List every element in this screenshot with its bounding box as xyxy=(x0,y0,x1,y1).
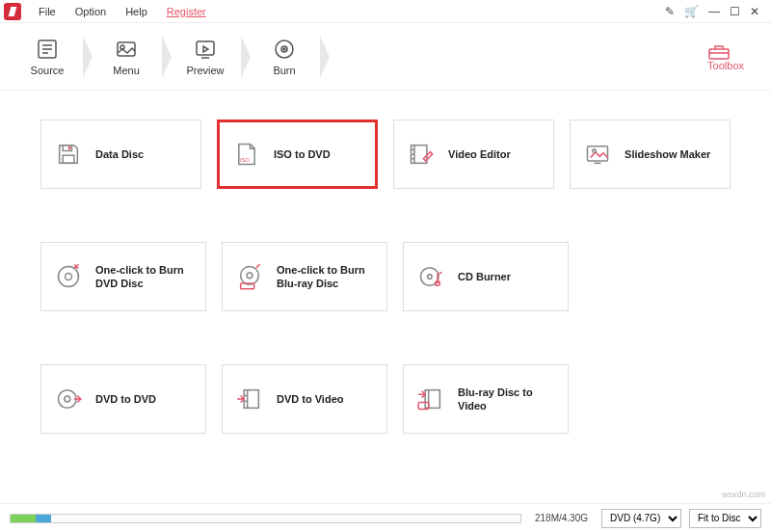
preview-icon xyxy=(194,38,217,61)
card-label: Video Editor xyxy=(448,147,511,161)
menu-register[interactable]: Register xyxy=(157,6,216,17)
status-bar: 218M/4.30G DVD (4.7G) Fit to Disc xyxy=(0,503,771,532)
card-cd-burner[interactable]: CD Burner xyxy=(403,242,569,311)
svg-point-34 xyxy=(59,390,77,409)
card-one-click-bluray[interactable]: One-click to Burn Blu-ray Disc xyxy=(222,242,387,311)
card-label: Slideshow Maker xyxy=(625,147,710,161)
iso-file-icon: ISO xyxy=(233,141,260,168)
card-iso-to-dvd[interactable]: ISO ISO to DVD xyxy=(217,120,378,189)
cart-icon[interactable]: 🛒 xyxy=(684,5,699,18)
bluray-video-icon xyxy=(417,386,444,412)
svg-rect-16 xyxy=(68,146,70,150)
row-3: DVD to DVD DVD to Video Blu-ray Disc to … xyxy=(40,364,731,434)
card-slideshow-maker[interactable]: Slideshow Maker xyxy=(570,120,731,189)
row-2: One-click to Burn DVD Disc One-click to … xyxy=(40,242,731,311)
svg-rect-40 xyxy=(425,390,439,409)
card-dvd-to-video[interactable]: DVD to Video xyxy=(222,364,387,434)
toolbox-button[interactable]: Toolbox xyxy=(707,42,771,71)
film-arrow-icon xyxy=(236,386,263,412)
menu-option[interactable]: Option xyxy=(66,6,116,17)
card-dvd-to-dvd[interactable]: DVD to DVD xyxy=(40,364,206,434)
floppy-icon xyxy=(55,141,82,168)
step-menu[interactable]: Menu xyxy=(87,28,166,86)
card-label: Data Disc xyxy=(95,147,144,161)
card-label: One-click to Burn DVD Disc xyxy=(95,263,192,291)
card-label: DVD to DVD xyxy=(95,392,156,406)
menu-file[interactable]: File xyxy=(29,6,66,17)
window-controls: ✎ 🛒 — ☐ ✕ xyxy=(665,5,767,18)
slideshow-icon xyxy=(584,141,611,168)
toolbox-label: Toolbox xyxy=(707,60,744,71)
svg-point-28 xyxy=(241,267,259,285)
svg-point-29 xyxy=(247,273,253,279)
cd-music-icon xyxy=(417,263,444,290)
card-bluray-to-video[interactable]: Blu-ray Disc to Video xyxy=(403,364,569,434)
svg-marker-7 xyxy=(203,46,208,52)
close-button[interactable]: ✕ xyxy=(750,5,759,18)
app-logo-icon xyxy=(4,3,21,20)
menu-icon xyxy=(115,38,138,61)
card-label: ISO to DVD xyxy=(274,147,331,161)
step-source[interactable]: Source xyxy=(8,28,87,86)
card-label: CD Burner xyxy=(458,270,511,283)
content-area: Data Disc ISO ISO to DVD Video Editor Sl… xyxy=(0,91,771,443)
svg-point-11 xyxy=(283,48,285,50)
bluray-click-icon xyxy=(236,263,263,290)
capacity-fill-2 xyxy=(36,515,51,522)
svg-point-35 xyxy=(65,396,70,402)
burn-icon xyxy=(273,38,296,61)
svg-text:ISO: ISO xyxy=(240,157,251,163)
capacity-bar xyxy=(10,514,521,523)
step-burn[interactable]: Burn xyxy=(245,28,324,86)
disc-arrow-icon xyxy=(55,386,82,412)
card-one-click-dvd[interactable]: One-click to Burn DVD Disc xyxy=(40,242,206,311)
svg-rect-36 xyxy=(244,390,258,409)
svg-point-32 xyxy=(428,275,433,279)
film-edit-icon xyxy=(408,141,435,168)
menu-help[interactable]: Help xyxy=(116,6,157,17)
card-label: One-click to Burn Blu-ray Disc xyxy=(277,263,373,291)
attribution-text: wsxdn.com xyxy=(722,490,765,499)
menubar: File Option Help Register ✎ 🛒 — ☐ ✕ xyxy=(0,0,771,23)
step-burn-label: Burn xyxy=(273,65,295,76)
step-preview-label: Preview xyxy=(186,65,224,76)
step-toolbar: Source Menu Preview Burn Toolbox xyxy=(0,23,771,91)
disc-type-select[interactable]: DVD (4.7G) xyxy=(601,509,681,528)
toolbox-icon xyxy=(707,42,744,60)
minimize-button[interactable]: — xyxy=(708,5,720,18)
svg-point-26 xyxy=(59,267,79,287)
card-video-editor[interactable]: Video Editor xyxy=(393,120,554,189)
card-label: DVD to Video xyxy=(277,392,343,406)
source-icon xyxy=(36,38,59,61)
step-source-label: Source xyxy=(31,65,65,76)
step-menu-label: Menu xyxy=(113,65,140,76)
feedback-icon[interactable]: ✎ xyxy=(665,5,675,18)
svg-rect-12 xyxy=(709,49,729,59)
row-1: Data Disc ISO ISO to DVD Video Editor Sl… xyxy=(40,120,731,189)
fit-select[interactable]: Fit to Disc xyxy=(689,509,761,528)
step-preview[interactable]: Preview xyxy=(166,28,245,86)
disc-click-icon xyxy=(55,263,82,290)
capacity-text: 218M/4.30G xyxy=(529,513,594,523)
card-data-disc[interactable]: Data Disc xyxy=(40,120,201,189)
card-label: Blu-ray Disc to Video xyxy=(458,386,554,413)
capacity-fill-1 xyxy=(11,515,36,522)
maximize-button[interactable]: ☐ xyxy=(730,5,740,18)
svg-rect-15 xyxy=(63,155,74,163)
svg-point-24 xyxy=(593,149,597,153)
svg-point-27 xyxy=(66,274,72,280)
